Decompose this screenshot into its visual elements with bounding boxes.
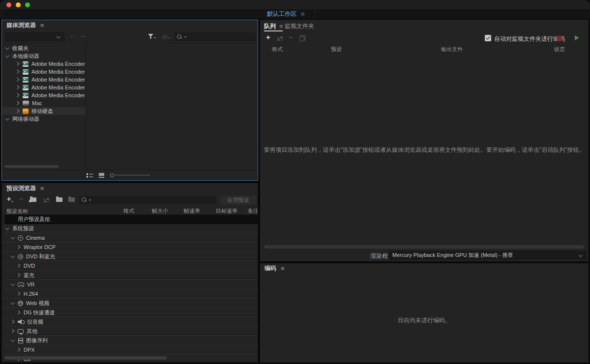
tree-item-network-drives[interactable]: 网络驱动器 [2, 115, 86, 123]
chevron-down-icon[interactable] [11, 282, 15, 286]
chevron-right-icon[interactable] [16, 70, 20, 74]
panel-menu-icon[interactable]: ≡ [40, 185, 44, 192]
tree-content-divider[interactable] [86, 43, 86, 169]
chevron-right-icon[interactable] [16, 101, 20, 105]
preset-search-box[interactable] [79, 196, 216, 204]
chevron-down-icon[interactable] [11, 236, 15, 240]
chevron-down-icon[interactable] [5, 46, 9, 50]
chevron-right-icon[interactable] [16, 78, 20, 82]
preset-group-cinema[interactable]: Cinema [2, 233, 258, 243]
list-view-button[interactable] [87, 173, 93, 178]
chevron-down-icon[interactable] [11, 338, 15, 342]
preset-group-audio-only[interactable]: 仅音频 [2, 317, 258, 327]
new-preset-group-icon[interactable] [30, 197, 36, 202]
chevron-right-icon[interactable] [17, 245, 21, 249]
column-format[interactable]: 格式 [123, 207, 134, 215]
tree-item-drive[interactable]: Adobe Media Encoder 201 [2, 60, 86, 68]
media-search-input[interactable] [187, 32, 256, 41]
preset-group-dvd-bluray[interactable]: DVD 和蓝光 [2, 252, 258, 261]
forward-button[interactable]: → [79, 31, 86, 39]
workspace-menu-icon[interactable]: ≡ [301, 10, 305, 18]
job-settings-icon[interactable] [277, 36, 283, 41]
column-output-file[interactable]: 输出文件 [441, 46, 463, 53]
close-window-button[interactable] [6, 2, 11, 7]
panel-menu-icon[interactable]: ≡ [281, 265, 285, 272]
tree-item-drive[interactable]: Adobe Media Encoder 202 [2, 76, 86, 84]
horizontal-scrollbar[interactable] [4, 165, 59, 168]
add-source-button[interactable]: + [266, 33, 270, 41]
export-preset-icon[interactable] [68, 197, 75, 202]
chevron-right-icon[interactable] [16, 93, 20, 97]
chevron-right-icon[interactable] [17, 273, 21, 277]
tree-item-local-drives[interactable]: 本地驱动器 [2, 52, 86, 60]
auto-encode-checkbox[interactable] [485, 35, 491, 41]
preset-group-vr[interactable]: VR [2, 280, 258, 289]
workspace-tab-default[interactable]: 默认工作区 ≡ [267, 9, 305, 19]
chevron-down-icon[interactable] [11, 301, 15, 305]
preset-group-dvd[interactable]: DVD [2, 261, 258, 271]
preset-group-bluray[interactable]: 蓝光 [2, 271, 258, 280]
renderer-select[interactable]: Mercury Playback Engine GPU 加速 (Metal) -… [388, 251, 587, 260]
preset-group-wraptor-dcp[interactable]: Wraptor DCP [2, 243, 258, 252]
zoom-slider-knob[interactable] [110, 173, 114, 177]
tab-queue[interactable]: 队列 ≡ [264, 22, 283, 30]
column-frame-rate[interactable]: 帧速率 [184, 207, 200, 215]
chevron-right-icon[interactable] [17, 264, 21, 268]
add-preset-button[interactable]: + [7, 195, 11, 203]
import-preset-icon[interactable] [56, 197, 62, 202]
chevron-right-icon[interactable] [16, 62, 20, 66]
chevron-right-icon[interactable] [17, 292, 21, 296]
column-frame-size[interactable]: 帧大小 [152, 207, 168, 215]
preset-search-input[interactable] [92, 196, 216, 204]
column-format[interactable]: 格式 [272, 46, 283, 53]
media-search-box[interactable] [174, 32, 256, 41]
tree-item-drive[interactable]: Adobe Media Encoder 202 [2, 91, 86, 99]
chevron-down-icon[interactable] [5, 54, 9, 58]
user-presets-group-row[interactable]: 用户预设及组 [4, 215, 258, 224]
preset-group-dpx[interactable]: DPX [2, 345, 258, 355]
delete-preset-button[interactable]: − [19, 195, 23, 203]
tree-item-mac[interactable]: Mac [2, 99, 86, 107]
column-comment[interactable]: 备注 [248, 207, 258, 215]
minimize-window-button[interactable] [16, 2, 21, 7]
chevron-right-icon[interactable] [11, 320, 15, 324]
zoom-slider-track[interactable] [115, 175, 150, 175]
duplicate-job-icon[interactable] [299, 35, 305, 41]
start-queue-button[interactable] [575, 35, 579, 40]
remove-job-button[interactable]: − [289, 33, 293, 41]
tree-item-drive[interactable]: Adobe Media Encoder 202 [2, 68, 86, 76]
tree-item-favorites[interactable]: 收藏夹 [2, 44, 86, 52]
chevron-right-icon[interactable] [16, 109, 20, 113]
column-target-rate[interactable]: 目标速率 [216, 207, 237, 215]
preset-group-system[interactable]: 系统预设 [2, 224, 258, 233]
chevron-right-icon[interactable] [11, 329, 15, 333]
chevron-down-icon[interactable] [11, 254, 15, 258]
chevron-right-icon[interactable] [16, 85, 20, 89]
column-preset[interactable]: 预设 [331, 46, 342, 53]
horizontal-scrollbar[interactable] [4, 356, 167, 360]
preset-group-image-sequence[interactable]: 图像序列 [2, 336, 258, 345]
preset-group-h264[interactable]: H.264 [2, 289, 258, 299]
column-status[interactable]: 状态 [554, 46, 565, 53]
preset-group-web-video[interactable]: Web 视频 [2, 299, 258, 308]
filter-button[interactable] [148, 34, 156, 39]
horizontal-scrollbar[interactable] [264, 245, 584, 249]
thumbnail-view-button[interactable] [99, 173, 104, 178]
preset-group-dg-fast-channel[interactable]: DG 快速通道 [2, 308, 258, 317]
chevron-right-icon[interactable] [17, 348, 21, 352]
tree-item-external-drive[interactable]: 移动硬盘 [2, 107, 86, 115]
back-button[interactable]: ← [69, 31, 76, 39]
tree-item-drive[interactable]: Adobe Media Encoder 202 [2, 84, 86, 91]
chevron-right-icon[interactable] [17, 310, 21, 314]
location-dropdown[interactable] [5, 32, 64, 41]
ingest-settings-button[interactable] [162, 35, 170, 39]
chevron-down-icon[interactable] [5, 226, 9, 230]
preset-settings-icon[interactable] [43, 197, 50, 202]
apply-preset-button[interactable]: 应用预设 [220, 196, 257, 205]
chevron-down-icon[interactable] [5, 117, 9, 121]
zoom-window-button[interactable] [25, 2, 30, 7]
panel-menu-icon[interactable]: ≡ [40, 22, 44, 29]
tab-watch-folders[interactable]: 监视文件夹 [285, 22, 314, 30]
stop-queue-button[interactable] [557, 36, 562, 41]
preset-group-others[interactable]: 其他 [2, 327, 258, 336]
